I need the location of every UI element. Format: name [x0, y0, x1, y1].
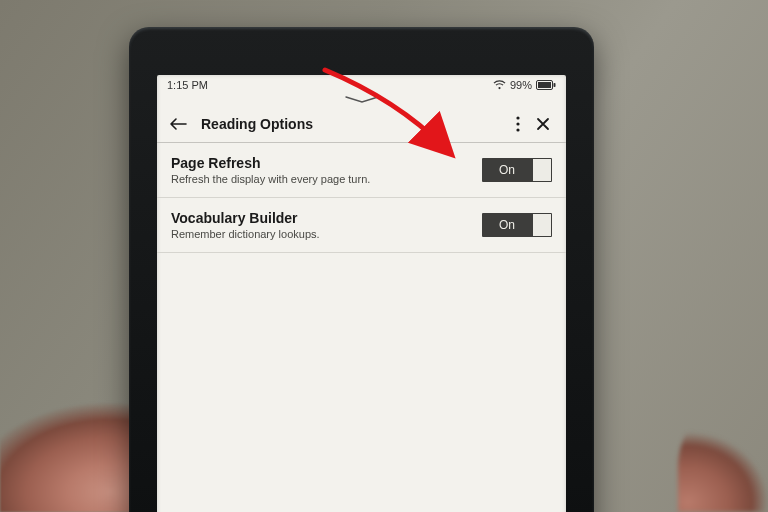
svg-rect-1	[538, 82, 551, 88]
toggle-label: On	[482, 163, 532, 177]
row-title: Vocabulary Builder	[171, 210, 470, 226]
close-icon[interactable]	[536, 117, 550, 131]
header-bar: Reading Options	[157, 110, 566, 143]
toggle-label: On	[482, 218, 532, 232]
pulldown-handle[interactable]	[157, 93, 566, 110]
toggle-vocab-builder[interactable]: On	[482, 213, 552, 237]
wifi-icon	[493, 80, 506, 90]
hand-right	[678, 402, 768, 512]
row-sub: Remember dictionary lookups.	[171, 228, 470, 240]
more-icon[interactable]	[516, 116, 520, 132]
svg-point-5	[516, 128, 519, 131]
back-icon[interactable]	[169, 117, 187, 131]
page-title: Reading Options	[201, 116, 502, 132]
screen: 1:15 PM 99% Reading Options	[157, 75, 566, 512]
svg-point-4	[516, 122, 519, 125]
status-time: 1:15 PM	[167, 79, 208, 91]
device-frame: 1:15 PM 99% Reading Options	[129, 27, 594, 512]
row-title: Page Refresh	[171, 155, 470, 171]
svg-point-3	[516, 116, 519, 119]
svg-rect-2	[554, 83, 556, 87]
status-bar: 1:15 PM 99%	[157, 75, 566, 93]
row-page-refresh: Page Refresh Refresh the display with ev…	[157, 143, 566, 198]
toggle-knob	[533, 214, 551, 236]
toggle-page-refresh[interactable]: On	[482, 158, 552, 182]
toggle-knob	[533, 159, 551, 181]
battery-pct: 99%	[510, 79, 532, 91]
row-sub: Refresh the display with every page turn…	[171, 173, 470, 185]
row-vocab-builder: Vocabulary Builder Remember dictionary l…	[157, 198, 566, 253]
status-right: 99%	[493, 79, 556, 91]
battery-icon	[536, 80, 556, 90]
